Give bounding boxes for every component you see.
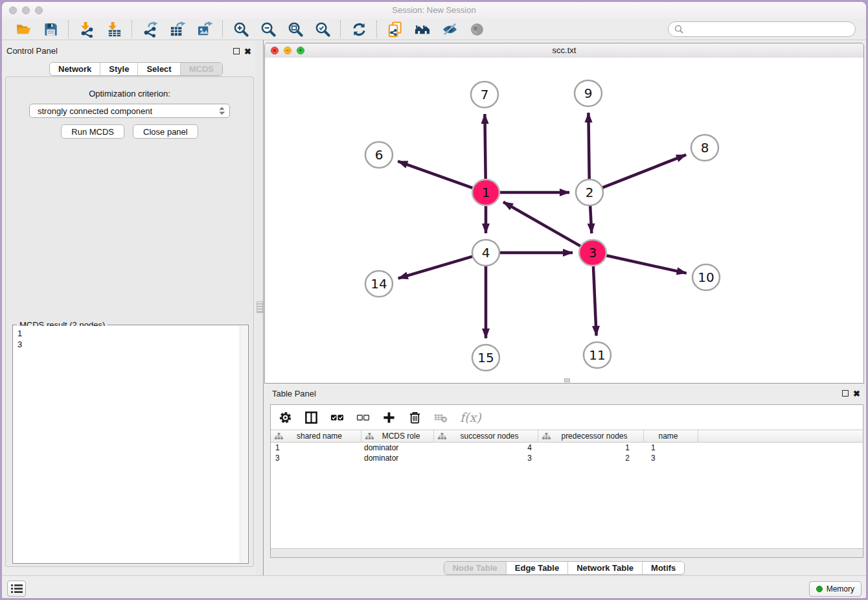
tab-motifs[interactable]: Motifs	[642, 562, 684, 574]
column-visibility-icon[interactable]	[304, 411, 318, 424]
tab-select[interactable]: Select	[137, 63, 179, 75]
tab-network[interactable]: Network	[50, 63, 100, 75]
add-column-icon[interactable]	[382, 411, 396, 424]
node-14[interactable]: 14	[365, 271, 393, 297]
edge-1-6[interactable]	[398, 161, 474, 189]
edge-2-8[interactable]	[602, 155, 686, 188]
table-cell[interactable]: 3	[434, 454, 538, 463]
unselect-all-icon[interactable]	[356, 411, 370, 424]
zoom-in-icon[interactable]	[231, 20, 251, 38]
toolbar-separator	[222, 21, 223, 38]
edge-3-11[interactable]	[593, 265, 597, 336]
node-2[interactable]: 2	[576, 179, 603, 205]
table-horizontal-scrollbar[interactable]	[271, 548, 863, 557]
column-header-predecessor-nodes[interactable]: predecessor nodes	[538, 430, 644, 442]
node-3[interactable]: 3	[579, 240, 606, 266]
node-8[interactable]: 8	[691, 135, 718, 161]
svg-text:14: 14	[371, 276, 387, 292]
table-cell[interactable]: dominator	[361, 443, 434, 452]
first-neighbors-icon[interactable]	[412, 20, 433, 38]
node-15[interactable]: 15	[472, 345, 499, 371]
table-toolbar: f(x)	[271, 405, 863, 430]
toolbar-separator	[340, 21, 341, 38]
node-7[interactable]: 7	[471, 82, 498, 108]
node-11[interactable]: 11	[584, 342, 611, 368]
criterion-select[interactable]: strongly connected component	[29, 104, 230, 118]
list-icon	[11, 584, 23, 594]
zoom-selected-icon[interactable]	[312, 20, 333, 38]
tab-network-table[interactable]: Network Table	[567, 562, 642, 574]
mcds-result-text[interactable]: 13	[14, 326, 247, 562]
criterion-select-value: strongly connected component	[38, 106, 218, 116]
table-row[interactable]: 3dominator323	[271, 453, 863, 463]
splitter-grip[interactable]	[257, 301, 263, 313]
zoom-fit-icon[interactable]	[285, 20, 306, 38]
close-panel-button[interactable]: Close panel	[133, 124, 198, 139]
edge-4-14[interactable]	[398, 256, 474, 278]
edge-2-9[interactable]	[588, 113, 589, 180]
node-9[interactable]: 9	[575, 80, 602, 106]
svg-text:7: 7	[481, 87, 489, 102]
svg-text:10: 10	[698, 270, 714, 285]
show-all-icon[interactable]	[466, 20, 487, 38]
run-mcds-button[interactable]: Run MCDS	[61, 124, 124, 139]
table-row[interactable]: 1dominator411	[271, 443, 863, 453]
clone-network-icon[interactable]	[385, 20, 405, 38]
table-cell[interactable]: 1	[538, 443, 644, 452]
memory-button[interactable]: Memory	[809, 581, 862, 597]
search-input[interactable]	[687, 24, 849, 35]
toolbar-separator	[68, 21, 69, 38]
save-session-icon[interactable]	[40, 20, 61, 38]
edge-1-7[interactable]	[485, 114, 485, 180]
table-cell[interactable]: 3	[644, 454, 698, 463]
svg-text:15: 15	[477, 350, 494, 365]
hide-selected-icon[interactable]	[439, 20, 460, 38]
search-field[interactable]	[668, 21, 856, 37]
table-panel-float-icon[interactable]	[842, 390, 849, 397]
node-10[interactable]: 10	[692, 264, 720, 290]
open-session-icon[interactable]	[13, 20, 34, 38]
column-header-shared-name[interactable]: shared name	[271, 430, 361, 442]
tab-mcds[interactable]: MCDS	[180, 63, 222, 75]
export-image-icon[interactable]	[194, 20, 215, 38]
edge-3-10[interactable]	[606, 255, 687, 273]
node-4[interactable]: 4	[472, 240, 499, 266]
node-6[interactable]: 6	[365, 142, 393, 168]
table-settings-icon[interactable]	[279, 411, 292, 424]
import-table-icon[interactable]	[104, 20, 124, 38]
show-panels-button[interactable]	[7, 581, 26, 597]
toolbar-separator	[376, 21, 378, 38]
table-panel-close-icon[interactable]: ✖	[853, 389, 860, 398]
delete-column-icon[interactable]	[408, 411, 422, 424]
edge-2-3[interactable]	[590, 205, 591, 233]
column-header-mcds-role[interactable]: MCDS role	[361, 430, 434, 442]
refresh-icon[interactable]	[348, 20, 369, 38]
column-header-name[interactable]: name	[644, 430, 698, 442]
table-cell[interactable]: 2	[538, 454, 644, 463]
result-scrollbar[interactable]	[240, 326, 247, 562]
network-window-titlebar[interactable]: × − + scc.txt	[265, 43, 863, 58]
network-canvas[interactable]: 7968124314101511	[265, 58, 863, 383]
panel-splitter[interactable]	[255, 40, 264, 575]
svg-text:11: 11	[589, 347, 605, 363]
control-panel-close-icon[interactable]: ✖	[244, 47, 251, 56]
table-cell[interactable]: dominator	[361, 454, 434, 463]
import-network-icon[interactable]	[76, 20, 97, 38]
export-table-icon[interactable]	[167, 20, 188, 38]
network-resize-grip[interactable]	[564, 378, 570, 382]
zoom-out-icon[interactable]	[258, 20, 279, 38]
table-cell[interactable]: 1	[271, 443, 361, 452]
column-header-successor-nodes[interactable]: successor nodes	[434, 430, 538, 442]
control-panel-float-icon[interactable]	[233, 48, 240, 54]
export-network-icon[interactable]	[140, 20, 161, 38]
memory-status-icon	[816, 586, 823, 592]
select-all-icon[interactable]	[330, 411, 344, 424]
table-cell[interactable]: 1	[644, 443, 698, 452]
tab-edge-table[interactable]: Edge Table	[506, 562, 567, 574]
tab-node-table[interactable]: Node Table	[444, 562, 506, 574]
table-cell[interactable]: 3	[271, 454, 361, 463]
table-cell[interactable]: 4	[434, 443, 538, 452]
tab-style[interactable]: Style	[100, 63, 137, 75]
node-1[interactable]: 1	[472, 179, 499, 205]
edge-3-1[interactable]	[503, 202, 582, 247]
